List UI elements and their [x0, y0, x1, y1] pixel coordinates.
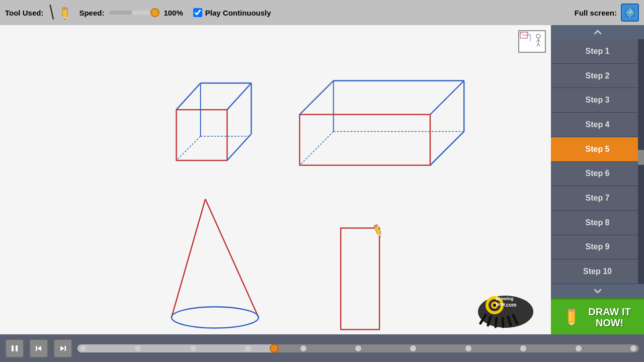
thumbnail-preview[interactable] [518, 30, 546, 53]
canvas-area: .com Drawing Now [0, 25, 551, 334]
step-button-6[interactable]: Step 6 [551, 162, 644, 187]
draw-it-now-label: DRAW ITNOW! [588, 306, 630, 328]
step-forward-icon [59, 344, 67, 352]
fullscreen-section: Full screen: [575, 4, 639, 22]
svg-rect-17 [300, 115, 430, 165]
step-button-8[interactable]: Step 8 [551, 211, 644, 235]
progress-dot-7 [465, 345, 471, 351]
chevron-down-icon [594, 289, 601, 294]
playback-bar [0, 334, 644, 362]
svg-rect-8 [177, 110, 227, 160]
progress-handle[interactable] [270, 344, 279, 353]
svg-line-15 [177, 136, 201, 160]
step-back-icon [35, 344, 43, 352]
drawing-canvas [0, 25, 551, 334]
speed-control: 100% [109, 9, 183, 17]
play-continuously-checkbox[interactable] [193, 8, 202, 17]
svg-line-19 [430, 81, 464, 115]
progress-bar[interactable] [77, 344, 639, 352]
svg-rect-2 [62, 8, 67, 10]
step-button-9[interactable]: Step 9 [551, 235, 644, 260]
pause-button[interactable] [5, 339, 24, 358]
svg-line-9 [177, 83, 201, 110]
sidebar: Step 1Step 2Step 3Step 4Step 5Step 6Step… [551, 25, 644, 334]
sidebar-scrollbar[interactable] [638, 39, 644, 284]
svg-line-18 [300, 81, 334, 115]
progress-dot-9 [576, 345, 582, 351]
step-back-button[interactable] [29, 339, 48, 358]
svg-line-35 [520, 32, 523, 35]
tool-used-label: Tool Used: [5, 9, 43, 17]
svg-marker-69 [60, 346, 64, 351]
pencil-cursor-drawing [373, 224, 382, 238]
progress-dot-1 [135, 345, 141, 351]
svg-point-39 [536, 34, 540, 38]
step-button-1[interactable]: Step 1 [551, 39, 644, 64]
svg-line-41 [536, 40, 538, 42]
svg-line-27 [205, 199, 259, 317]
fullscreen-icon [624, 7, 635, 18]
play-continuously-label[interactable]: Play Continuously [205, 9, 271, 17]
svg-rect-29 [341, 228, 379, 330]
svg-point-28 [172, 307, 259, 328]
progress-dot-2 [190, 345, 196, 351]
draw-it-now-button[interactable]: DRAW ITNOW! [551, 298, 644, 334]
pencil-tool-icon [60, 6, 74, 20]
step-button-5[interactable]: Step 5 [551, 137, 644, 162]
step-button-3[interactable]: Step 3 [551, 88, 644, 113]
svg-rect-64 [12, 345, 14, 351]
thumbnail-svg [519, 31, 545, 52]
progress-dots [77, 345, 639, 351]
svg-line-26 [172, 199, 205, 317]
svg-rect-68 [65, 346, 66, 351]
sidebar-scroll-down-button[interactable] [551, 284, 644, 298]
speed-percentage: 100% [164, 9, 183, 17]
svg-line-43 [537, 43, 538, 46]
svg-marker-67 [37, 346, 41, 351]
svg-line-42 [538, 40, 540, 42]
svg-line-36 [527, 32, 530, 35]
svg-rect-61 [568, 309, 575, 312]
progress-dot-3 [245, 345, 251, 351]
progress-dot-4 [300, 345, 306, 351]
svg-line-20 [430, 131, 464, 165]
speed-label: Speed: [79, 9, 104, 17]
progress-dot-0 [80, 345, 86, 351]
chevron-up-icon [594, 30, 601, 35]
svg-rect-66 [36, 346, 37, 351]
step-button-4[interactable]: Step 4 [551, 113, 644, 137]
progress-dot-10 [630, 345, 636, 351]
svg-line-44 [538, 43, 540, 46]
play-continuously-section: Play Continuously [193, 8, 271, 17]
progress-dot-6 [410, 345, 416, 351]
fullscreen-button[interactable] [621, 4, 639, 22]
main-area: .com Drawing Now Step 1Step 2Step 3Step … [0, 25, 644, 334]
svg-rect-65 [16, 345, 18, 351]
sidebar-scrollbar-thumb [638, 150, 644, 165]
step-forward-button[interactable] [53, 339, 72, 358]
step-list: Step 1Step 2Step 3Step 4Step 5Step 6Step… [551, 39, 644, 284]
sidebar-scroll-up-button[interactable] [551, 25, 644, 39]
pause-icon [11, 344, 19, 352]
pencil-draw-icon [564, 307, 584, 327]
fullscreen-label: Full screen: [575, 9, 617, 17]
progress-dot-5 [355, 345, 361, 351]
svg-line-10 [227, 83, 251, 110]
step-button-10[interactable]: Step 10 [551, 259, 644, 284]
progress-dot-8 [520, 345, 526, 351]
step-button-2[interactable]: Step 2 [551, 64, 644, 88]
speed-slider[interactable] [109, 11, 159, 15]
svg-line-24 [300, 131, 334, 165]
slash-icon: ╲ [47, 6, 56, 20]
toolbar: Tool Used: ╲ Speed: 100% Play Continuous… [0, 0, 644, 25]
step-button-7[interactable]: Step 7 [551, 186, 644, 211]
svg-line-11 [227, 134, 251, 160]
